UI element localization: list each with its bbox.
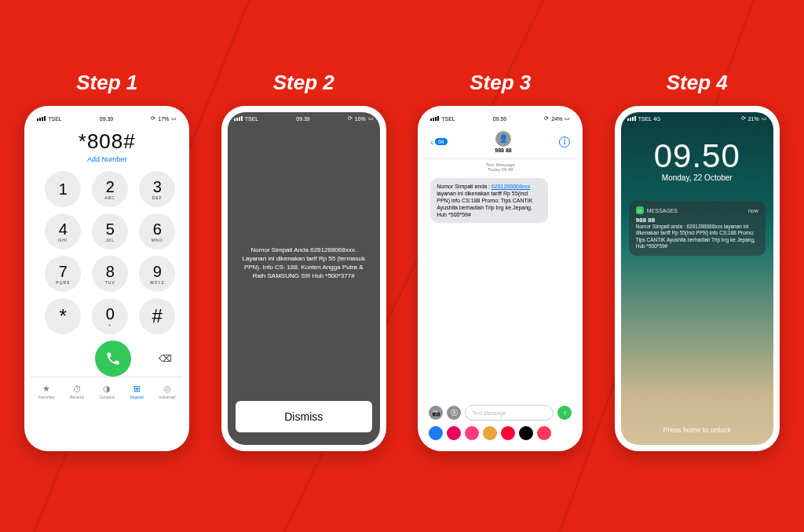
step-label-2: Step 2 [273,71,334,95]
phone-step4: TSEL 4G ⟳21%▭ 09.50 Monday, 22 October ✉… [615,106,780,451]
voicemail-icon: ◎ [163,384,171,394]
avatar-icon: 👤 [495,131,511,147]
status-bar: TSEL 09.39 ⟳16%▭ [228,112,380,125]
tab-recents[interactable]: ⏱Recents [70,384,84,399]
message-timestamp: Text MessageToday 09.49 [424,162,576,172]
notification-sender: 988 88 [636,217,758,224]
keypad-icon: ⊞ [133,384,141,394]
contact-header[interactable]: 👤 988 88 [495,131,511,153]
dialed-number: *808# [31,129,183,154]
lock-screen-date: Monday, 22 October [621,173,773,182]
signal-icon [430,116,439,121]
lock-screen-time: 09.50 [621,137,773,175]
camera-icon: 📷 [432,409,440,417]
keypad-key-4[interactable]: 4GHI [45,213,81,250]
imessage-app[interactable] [483,426,497,440]
keypad-key-3[interactable]: 3DEF [139,171,175,207]
keypad-key-6[interactable]: 6MNO [139,213,175,250]
keypad-key-8[interactable]: 8TUV [92,256,128,292]
dismiss-button[interactable]: Dismiss [236,401,372,432]
chevron-left-icon: ‹ [430,137,433,147]
tab-voicemail[interactable]: ◎Voicemail [159,384,175,399]
keypad-key-5[interactable]: 5JKL [92,213,128,250]
app-store-button[interactable]: Ⓐ [447,406,461,420]
delete-button[interactable]: ⌫ [153,351,177,366]
appstore-icon: Ⓐ [451,408,458,418]
info-button[interactable]: i [559,137,570,148]
backspace-icon: ⌫ [159,353,172,364]
imessage-app[interactable] [519,426,533,440]
imessage-app[interactable] [501,426,515,440]
call-button[interactable] [95,341,131,377]
keypad-key-9[interactable]: 9WXYZ [139,256,175,292]
notification-body: Nomor Simpati anda : 6281288068xxx layan… [636,224,758,250]
status-bar: TSEL 09.39 ⟳17%▭ [31,112,183,125]
battery-icon: ▭ [762,115,767,122]
back-button[interactable]: ‹84 [430,137,447,147]
battery-icon: ▭ [171,115,177,122]
imessage-app[interactable] [429,426,443,440]
keypad-key-#[interactable]: # [139,298,175,334]
phone-number-link[interactable]: 6281288068xxx [492,184,530,189]
tab-keypad[interactable]: ⊞Keypad [130,384,144,399]
signal-icon [627,116,636,121]
contacts-icon: ◑ [103,384,111,394]
ussd-message: Nomor Simpati Anda 6281288068xxx. Layana… [240,246,367,281]
battery-icon: ▭ [565,115,570,122]
notification-card[interactable]: ✉MESSAGES now 988 88 Nomor Simpati anda … [629,201,766,256]
phone-icon [105,351,121,366]
tab-contacts[interactable]: ◑Contacts [100,384,115,399]
message-input[interactable]: Text Message [465,405,554,421]
imessage-app[interactable] [465,426,479,440]
phone-step3: TSEL 09.56 ⟳24%▭ ‹84 👤 988 88 i Text Mes… [418,106,583,451]
imessage-app[interactable] [447,426,461,440]
tab-favorites[interactable]: ★Favorites [38,384,55,399]
step-label-1: Step 1 [76,71,137,95]
unlock-hint: Press home to unlock [621,426,773,434]
keypad-key-2[interactable]: 2ABC [92,171,128,207]
messages-app-icon: ✉ [636,206,644,214]
imessage-app[interactable] [537,426,551,440]
phone-step2: TSEL 09.39 ⟳16%▭ Nomor Simpati Anda 6281… [221,106,386,451]
keypad-key-0[interactable]: 0+ [92,298,128,334]
status-bar: TSEL 4G ⟳21%▭ [621,112,773,125]
keypad-key-1[interactable]: 1 [45,171,81,207]
arrow-up-icon: ↑ [563,409,567,417]
recents-icon: ⏱ [73,384,82,394]
keypad-key-7[interactable]: 7PQRS [45,256,81,292]
battery-icon: ▭ [368,115,374,122]
sms-bubble: Nomor Simpati anda : 6281288068xxx layan… [430,178,548,223]
send-button[interactable]: ↑ [557,406,572,420]
signal-icon [37,116,46,121]
phone-step1: TSEL 09.39 ⟳17%▭ *808# Add Number 12ABC3… [24,106,189,451]
favorites-icon: ★ [42,384,50,394]
status-bar: TSEL 09.56 ⟳24%▭ [424,112,576,125]
keypad-key-*[interactable]: * [45,298,81,334]
camera-button[interactable]: 📷 [429,406,443,420]
signal-icon [234,116,243,121]
add-number-link[interactable]: Add Number [31,155,183,163]
